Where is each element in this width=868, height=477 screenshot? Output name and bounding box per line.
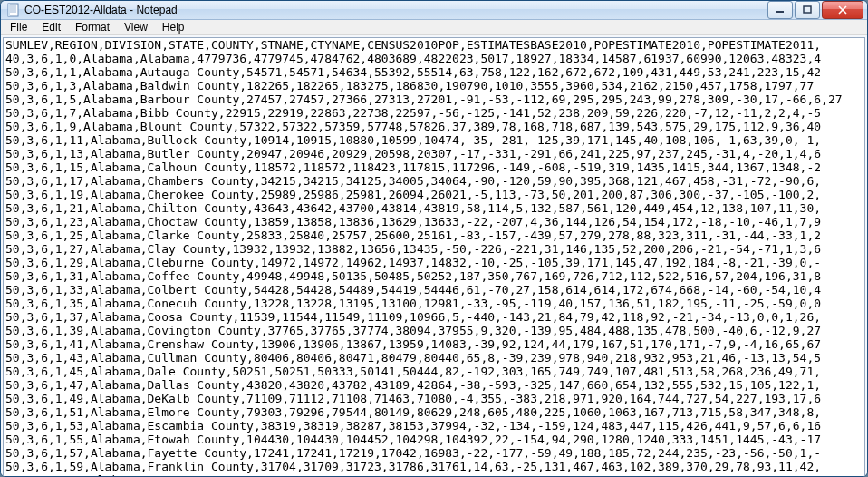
client-area: SUMLEV,REGION,DIVISION,STATE,COUNTY,STNA…: [1, 35, 867, 477]
menu-help[interactable]: Help: [155, 20, 192, 34]
window-title: CO-EST2012-Alldata - Notepad: [24, 4, 766, 16]
close-icon: [838, 5, 847, 15]
svg-rect-7: [804, 6, 811, 13]
minimize-button[interactable]: [767, 1, 793, 19]
svg-rect-6: [776, 11, 784, 13]
maximize-button[interactable]: [795, 1, 820, 19]
notepad-icon: [6, 3, 21, 17]
text-content[interactable]: SUMLEV,REGION,DIVISION,STATE,COUNTY,STNA…: [3, 37, 865, 477]
titlebar[interactable]: CO-EST2012-Alldata - Notepad: [1, 1, 867, 20]
close-button[interactable]: [822, 1, 863, 19]
maximize-icon: [803, 5, 812, 15]
menu-view[interactable]: View: [117, 20, 155, 34]
minimize-icon: [776, 5, 785, 15]
notepad-window: CO-EST2012-Alldata - Notepad File Edit F…: [0, 0, 868, 477]
menu-file[interactable]: File: [3, 20, 34, 34]
window-buttons: [766, 1, 863, 19]
menu-format[interactable]: Format: [68, 20, 117, 34]
menu-edit[interactable]: Edit: [34, 20, 68, 34]
svg-rect-5: [8, 4, 10, 16]
menubar: File Edit Format View Help: [1, 20, 867, 35]
